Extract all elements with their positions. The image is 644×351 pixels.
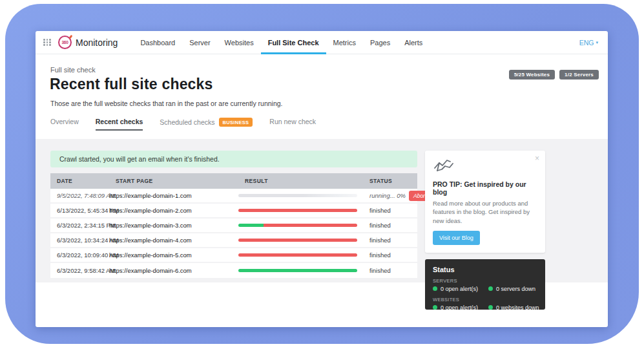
status-text: finished — [369, 222, 391, 229]
pro-tip-body: Read more about our products and feature… — [433, 199, 537, 225]
language-label: ENG — [579, 39, 594, 47]
result-cell — [238, 269, 363, 272]
status-panel: Status SERVERS0 open alert(s)0 servers d… — [425, 259, 545, 310]
column-header-start-page: START PAGE — [109, 178, 238, 184]
nav-item-metrics[interactable]: Metrics — [326, 31, 363, 54]
bar-success-segment — [238, 269, 357, 272]
table-row: 9/5/2022, 7:48:09 AMhttps://example-doma… — [50, 189, 417, 204]
bar-danger-segment — [264, 224, 357, 227]
nav-item-websites[interactable]: Websites — [218, 31, 261, 54]
tab-overview[interactable]: Overview — [50, 118, 79, 129]
nav-item-dashboard[interactable]: Dashboard — [133, 31, 182, 54]
tab-label: Recent checks — [96, 118, 143, 125]
status-item-text: 0 open alert(s) — [441, 286, 478, 292]
check-date: 6/3/2022, 10:09:40 AM — [50, 251, 109, 259]
status-panel-title: Status — [433, 266, 537, 273]
checks-column: Crawl started, you will get an email whe… — [50, 151, 417, 282]
result-progress-bar — [238, 224, 357, 227]
status-text: finished — [369, 251, 391, 259]
status-text: finished — [369, 267, 391, 274]
start-page-url: https://example-domain-6.com — [109, 267, 238, 274]
tab-label: Overview — [50, 118, 79, 125]
bar-success-segment — [238, 224, 264, 227]
status-row: 0 open alert(s)0 websites down — [433, 304, 537, 310]
tab-recent-checks[interactable]: Recent checks — [96, 118, 143, 131]
success-notification: Crawl started, you will get an email whe… — [50, 151, 417, 167]
status-cell: finished — [363, 251, 417, 259]
app-grid-icon[interactable] — [43, 39, 51, 46]
result-progress-bar — [238, 239, 357, 242]
logo-text: 360 — [61, 40, 68, 45]
app-window: 360 Monitoring DashboardServerWebsitesFu… — [36, 31, 608, 327]
business-badge: BUSINESS — [219, 118, 253, 127]
status-item: 0 open alert(s) — [433, 286, 487, 292]
table-body: 9/5/2022, 7:48:09 AMhttps://example-doma… — [50, 189, 417, 278]
status-item-text: 0 websites down — [496, 304, 539, 310]
sidebar: × PRO TIP: Get inspired by our blog Read… — [425, 151, 545, 282]
green-status-dot-icon — [488, 286, 493, 291]
nav-item-pages[interactable]: Pages — [363, 31, 397, 54]
status-text: finished — [369, 237, 391, 244]
status-item: 0 websites down — [488, 304, 539, 310]
doodle-hands-icon — [433, 157, 455, 174]
usage-badge-5-25-websites: 5/25 Websites — [509, 70, 555, 80]
nav-item-alerts[interactable]: Alerts — [397, 31, 430, 54]
check-date: 6/13/2022, 5:45:34 PM — [50, 207, 109, 214]
status-item-text: 0 servers down — [496, 286, 535, 292]
tab-bar: OverviewRecent checksScheduled checksBUS… — [50, 118, 608, 131]
status-cell: finished — [363, 267, 417, 274]
status-item: 0 servers down — [488, 286, 535, 292]
tab-run-new-check[interactable]: Run new check — [269, 118, 316, 129]
decorative-blue-frame: 360 Monitoring DashboardServerWebsitesFu… — [5, 4, 639, 344]
language-selector[interactable]: ENG ▾ — [579, 39, 598, 47]
column-header-result: RESULT — [238, 178, 363, 184]
visit-blog-button[interactable]: Visit our Blog — [433, 231, 480, 245]
status-cell: finished — [363, 222, 417, 229]
check-date: 6/3/2022, 2:34:15 PM — [50, 222, 109, 229]
top-navbar: 360 Monitoring DashboardServerWebsitesFu… — [36, 31, 608, 54]
start-page-url: https://example-domain-3.com — [109, 222, 238, 229]
table-row: 6/3/2022, 9:58:42 AMhttps://example-doma… — [50, 263, 417, 278]
result-cell — [238, 224, 363, 227]
table-header: DATESTART PAGERESULTSTATUS — [50, 173, 417, 189]
pro-tip-title: PRO TIP: Get inspired by our blog — [433, 180, 537, 196]
table-row: 6/13/2022, 5:45:34 PMhttps://example-dom… — [50, 204, 417, 218]
table-row: 6/3/2022, 10:34:24 AMhttps://example-dom… — [50, 233, 417, 248]
status-section-label: SERVERS — [433, 278, 537, 284]
chevron-down-icon: ▾ — [596, 40, 598, 45]
status-cell: finished — [363, 237, 417, 244]
status-text: finished — [369, 207, 391, 214]
tab-label: Run new check — [269, 118, 316, 125]
page-content: 5/25 Websites1/2 Servers Full site check… — [36, 66, 608, 327]
nav-item-server[interactable]: Server — [182, 31, 217, 54]
result-cell — [238, 194, 363, 197]
result-cell — [238, 209, 363, 212]
check-date: 6/3/2022, 10:34:24 AM — [50, 237, 109, 244]
bar-danger-segment — [238, 239, 357, 242]
bar-danger-segment — [238, 209, 357, 212]
result-progress-bar — [238, 209, 357, 212]
page-description: Those are the full website checks that r… — [50, 100, 608, 107]
result-progress-bar — [238, 194, 357, 197]
green-status-dot-icon — [433, 305, 437, 310]
status-item-text: 0 open alert(s) — [441, 304, 478, 310]
checks-table: DATESTART PAGERESULTSTATUS 9/5/2022, 7:4… — [50, 173, 417, 278]
close-icon[interactable]: × — [535, 154, 539, 162]
check-date: 9/5/2022, 7:48:09 AM — [50, 192, 109, 199]
status-cell: running... 0%Abort — [363, 191, 431, 201]
brand-logo-icon: 360 — [58, 36, 72, 49]
result-progress-bar — [238, 253, 357, 257]
column-header-date: DATE — [50, 178, 109, 184]
column-header-status: STATUS — [363, 178, 417, 184]
start-page-url: https://example-domain-2.com — [109, 207, 238, 214]
nav-item-full-site-check[interactable]: Full Site Check — [261, 31, 326, 54]
usage-badge-1-2-servers: 1/2 Servers — [559, 70, 599, 80]
status-section-label: WEBSITES — [433, 297, 537, 303]
content-band: Crawl started, you will get an email whe… — [36, 139, 608, 282]
start-page-url: https://example-domain-4.com — [109, 237, 238, 244]
tab-scheduled-checks[interactable]: Scheduled checksBUSINESS — [160, 118, 253, 131]
result-cell — [238, 239, 363, 242]
status-sections: SERVERS0 open alert(s)0 servers downWEBS… — [433, 278, 537, 310]
tab-label: Scheduled checks — [160, 118, 214, 126]
status-item: 0 open alert(s) — [433, 304, 487, 310]
